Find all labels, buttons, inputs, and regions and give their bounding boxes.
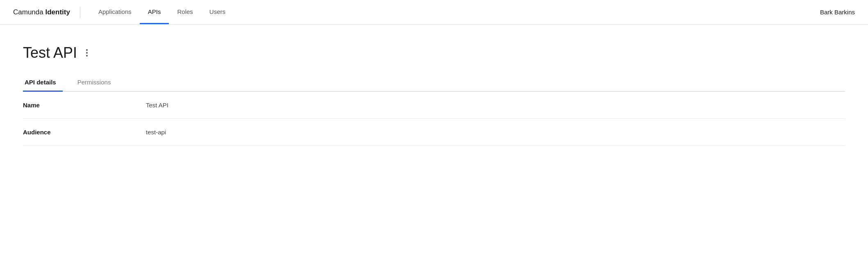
nav-item-users[interactable]: Users [201, 0, 234, 24]
more-dot-3 [86, 55, 88, 57]
more-dot-1 [86, 49, 88, 51]
main-nav: Applications APIs Roles Users [90, 0, 234, 24]
detail-label-name: Name [23, 102, 146, 109]
page-title: Test API [23, 44, 77, 61]
tab-permissions[interactable]: Permissions [76, 75, 118, 92]
page-title-row: Test API [23, 44, 845, 61]
main-content: Test API API details Permissions Name Te… [0, 25, 868, 159]
details-table: Name Test API Audience test-api [23, 92, 845, 146]
detail-value-audience: test-api [146, 129, 166, 136]
tab-api-details[interactable]: API details [23, 75, 63, 92]
header: Camunda Identity Applications APIs Roles… [0, 0, 868, 25]
more-dot-2 [86, 52, 88, 54]
brand: Camunda Identity [13, 8, 70, 16]
more-menu-button[interactable] [84, 48, 90, 58]
header-divider [80, 7, 80, 18]
nav-item-roles[interactable]: Roles [169, 0, 201, 24]
brand-camunda: Camunda [13, 8, 43, 16]
user-name: Bark Barkins [820, 9, 855, 16]
detail-value-name: Test API [146, 102, 168, 109]
detail-label-audience: Audience [23, 129, 146, 136]
nav-item-apis[interactable]: APIs [140, 0, 169, 24]
detail-row-audience: Audience test-api [23, 119, 845, 146]
brand-identity: Identity [45, 8, 70, 16]
tabs: API details Permissions [23, 75, 845, 92]
nav-item-applications[interactable]: Applications [90, 0, 140, 24]
detail-row-name: Name Test API [23, 92, 845, 119]
